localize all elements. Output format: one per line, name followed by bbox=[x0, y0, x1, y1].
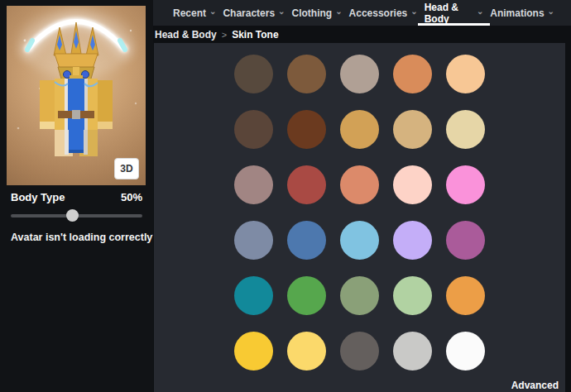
avatar-preview[interactable]: 3D bbox=[7, 6, 146, 185]
body-type-value: 50% bbox=[121, 191, 142, 203]
legs bbox=[55, 130, 98, 156]
skin-tone-swatch[interactable] bbox=[393, 276, 432, 315]
chevron-down-icon: ⌄ bbox=[548, 7, 554, 16]
skin-tone-swatch[interactable] bbox=[234, 276, 273, 315]
tab-animations[interactable]: Animations⌄ bbox=[487, 0, 558, 26]
avatar-sidebar: 3D Body Type 50% Avatar isn't loading co… bbox=[0, 0, 153, 392]
skin-tone-swatch[interactable] bbox=[340, 110, 379, 149]
skin-tone-swatch[interactable] bbox=[446, 221, 485, 260]
skin-tone-swatch[interactable] bbox=[340, 332, 379, 370]
skin-tone-swatch[interactable] bbox=[340, 276, 379, 315]
tab-label: Characters bbox=[223, 7, 275, 19]
chevron-down-icon: ⌄ bbox=[410, 7, 417, 16]
tab-label: Head & Body bbox=[425, 2, 473, 25]
view-3d-button[interactable]: 3D bbox=[114, 158, 139, 179]
skin-tone-swatch[interactable] bbox=[340, 165, 379, 204]
skin-tone-swatch[interactable] bbox=[340, 221, 379, 260]
tab-accessories[interactable]: Accessories⌄ bbox=[346, 0, 421, 26]
editor-content: Recent⌄Characters⌄Clothing⌄Accessories⌄H… bbox=[153, 0, 571, 392]
torso bbox=[40, 75, 113, 130]
avatar-help-text: Avatar isn't loading correctly? bbox=[11, 232, 159, 243]
skin-tone-swatch[interactable] bbox=[234, 55, 273, 93]
breadcrumb-current: Skin Tone bbox=[232, 29, 278, 41]
skin-tone-swatch[interactable] bbox=[287, 55, 326, 93]
skin-tone-swatch[interactable] bbox=[393, 332, 432, 370]
skin-tone-swatch[interactable] bbox=[393, 221, 432, 260]
skin-tone-swatch[interactable] bbox=[446, 55, 485, 93]
tab-characters[interactable]: Characters⌄ bbox=[219, 0, 288, 26]
chevron-down-icon: ⌄ bbox=[209, 7, 216, 16]
skin-tone-swatch[interactable] bbox=[446, 165, 485, 204]
tab-label: Accessories bbox=[349, 7, 408, 19]
tab-clothing[interactable]: Clothing⌄ bbox=[289, 0, 346, 26]
skin-tone-swatch[interactable] bbox=[287, 276, 326, 315]
breadcrumb-parent[interactable]: Head & Body bbox=[155, 29, 217, 41]
slider-thumb[interactable] bbox=[66, 209, 79, 222]
skin-tone-swatch[interactable] bbox=[234, 332, 273, 370]
nav-tabs: Recent⌄Characters⌄Clothing⌄Accessories⌄H… bbox=[153, 0, 571, 26]
skin-tone-swatch[interactable] bbox=[287, 110, 326, 149]
tab-label: Recent bbox=[173, 7, 206, 19]
skin-tone-swatch[interactable] bbox=[393, 55, 432, 93]
body-type-slider[interactable] bbox=[11, 209, 142, 222]
skin-tone-swatch[interactable] bbox=[446, 276, 485, 315]
tab-head-body[interactable]: Head & Body⌄ bbox=[421, 0, 487, 26]
tab-label: Clothing bbox=[292, 7, 333, 19]
skin-tone-swatch[interactable] bbox=[287, 221, 326, 260]
body-type-label: Body Type bbox=[11, 191, 65, 203]
skin-tone-swatch[interactable] bbox=[340, 55, 379, 93]
skin-tone-panel: Advanced bbox=[154, 43, 565, 392]
tab-label: Animations bbox=[490, 7, 544, 19]
chevron-down-icon: ⌄ bbox=[278, 7, 285, 16]
skin-tone-swatch[interactable] bbox=[287, 332, 326, 370]
breadcrumb: Head & Body > Skin Tone bbox=[153, 26, 571, 43]
skin-tone-swatch[interactable] bbox=[393, 110, 432, 149]
chevron-down-icon: ⌄ bbox=[335, 7, 342, 16]
chevron-down-icon: ⌄ bbox=[477, 7, 483, 16]
skin-tone-swatch[interactable] bbox=[234, 165, 273, 204]
skin-tone-swatch[interactable] bbox=[287, 165, 326, 204]
advanced-link[interactable]: Advanced bbox=[511, 380, 559, 391]
skin-tone-swatch[interactable] bbox=[446, 110, 485, 149]
tab-recent[interactable]: Recent⌄ bbox=[170, 0, 219, 26]
skin-tone-swatch[interactable] bbox=[234, 221, 273, 260]
breadcrumb-separator-icon: > bbox=[222, 30, 227, 40]
skin-tone-swatch[interactable] bbox=[393, 165, 432, 204]
skin-tone-swatch[interactable] bbox=[446, 332, 485, 370]
skin-tone-swatch[interactable] bbox=[234, 110, 273, 149]
skin-tone-grid bbox=[234, 55, 485, 370]
